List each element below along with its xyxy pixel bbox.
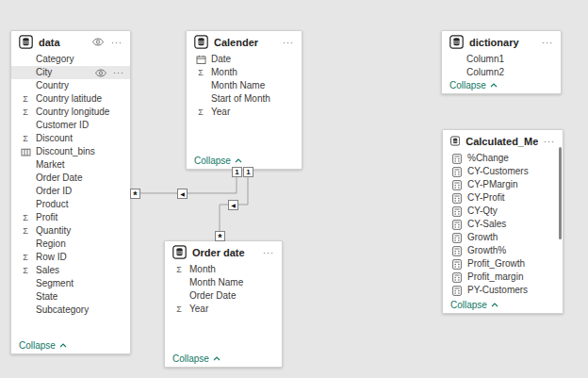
field-row-growth[interactable]: Growth (443, 231, 563, 244)
chevron-up-icon (490, 83, 498, 88)
field-row-country[interactable]: Country (11, 79, 130, 92)
field-row-column1[interactable]: Column1 (442, 53, 561, 66)
card-header[interactable]: dictionary··· (442, 31, 561, 53)
field-row-product[interactable]: Product (11, 198, 130, 211)
field-row-year[interactable]: ΣYear (187, 106, 302, 119)
field-row-cy-pmargin[interactable]: CY-PMargin (443, 178, 563, 191)
card-header[interactable]: Order date··· (165, 241, 282, 263)
field-visibility-eye-button[interactable] (95, 69, 106, 77)
more-options-button[interactable]: ··· (283, 38, 294, 47)
field-row-city[interactable]: City ··· (11, 66, 130, 79)
field-row-year[interactable]: ΣYear (165, 303, 282, 316)
field-row-month-name[interactable]: Month Name (165, 276, 282, 289)
table-card-order-date[interactable]: Order date···ΣMonthMonth NameOrder DateΣ… (164, 240, 283, 368)
field-row-order-date[interactable]: Order Date (165, 289, 282, 303)
card-header[interactable]: Calender··· (187, 31, 302, 53)
field-row-country-latitude[interactable]: ΣCountry latitude (11, 92, 130, 106)
field-row-cy-customers[interactable]: CY-Customers (443, 165, 563, 178)
cardinality-one-calender-a[interactable]: 1 (232, 167, 242, 177)
field-label: Customer ID (36, 119, 89, 132)
collapse-button[interactable]: Collapse (442, 77, 561, 93)
field-row-py-customers[interactable]: PY-Customers (443, 284, 563, 297)
eye-icon (92, 38, 104, 46)
calculator-icon (449, 271, 465, 284)
field-row-quantity[interactable]: ΣQuantity (11, 224, 130, 238)
table-title: dictionary (469, 37, 536, 48)
field-row-country-longitude[interactable]: ΣCountry longitude (11, 106, 130, 119)
calculator-icon (449, 284, 465, 297)
field-row-category[interactable]: Category (11, 53, 130, 66)
collapse-button[interactable]: Collapse (443, 297, 563, 313)
card-header[interactable]: data ··· (11, 31, 130, 53)
calculator-icon (452, 193, 462, 204)
field-row-profit[interactable]: ΣProfit (11, 211, 130, 224)
cardinality-one-calender-b[interactable]: 1 (243, 167, 253, 177)
field-row-growth[interactable]: Growth% (443, 244, 563, 257)
field-label: CY-Sales (467, 218, 506, 231)
field-row-actions: ··· (95, 66, 124, 79)
calculator-icon (452, 233, 462, 243)
cardinality-many-data[interactable]: * (130, 189, 140, 199)
field-row-start-of-month[interactable]: Start of Month (187, 92, 302, 106)
table-card-calender[interactable]: Calender··· DateΣMonthMonth NameStart of… (186, 30, 302, 170)
more-options-button[interactable]: ··· (263, 248, 274, 257)
header-actions: ··· (544, 137, 555, 146)
field-more-options-button[interactable]: ··· (113, 68, 124, 77)
sigma-icon: Σ (18, 106, 33, 119)
filter-direction-arrow-orderdate-calender[interactable]: ◀ (228, 200, 238, 210)
table-card-dictionary[interactable]: dictionary···Column1Column2Collapse (441, 30, 562, 94)
field-row-month-name[interactable]: Month Name (187, 79, 302, 92)
field-row-sales[interactable]: ΣSales (11, 264, 130, 277)
collapse-button[interactable]: Collapse (11, 337, 130, 353)
field-label: Year (189, 303, 208, 316)
field-label: Sales (36, 264, 59, 277)
table-card-calculated-measures[interactable]: Calculated_Measures··· %Change CY-Custom… (442, 129, 564, 314)
field-label: %Change (467, 152, 509, 165)
fields-scrollbar[interactable] (559, 147, 562, 239)
field-label: Region (36, 238, 66, 251)
field-row-date[interactable]: Date (187, 53, 302, 66)
field-label: Row ID (36, 251, 67, 264)
field-row-profit-growth[interactable]: Profit_Growth (443, 257, 563, 271)
field-row-month[interactable]: ΣMonth (165, 263, 282, 276)
calculator-icon (449, 244, 465, 257)
more-options-button[interactable]: ··· (544, 137, 555, 146)
table-card-data[interactable]: data ···CategoryCity ···CountryΣCountry … (10, 30, 131, 354)
sigma-icon: Σ (172, 303, 187, 316)
field-row-order-id[interactable]: Order ID (11, 185, 130, 198)
field-row-segment[interactable]: Segment (11, 277, 130, 290)
field-row-cy-qty[interactable]: CY-Qty (443, 205, 563, 218)
chevron-up-icon (59, 343, 67, 348)
field-row-customer-id[interactable]: Customer ID (11, 119, 130, 132)
field-row-subcategory[interactable]: Subcategory (11, 304, 130, 317)
field-label: Year (211, 106, 230, 119)
field-row-market[interactable]: Market (11, 158, 130, 172)
field-row-cy-profit[interactable]: CY-Profit (443, 191, 563, 205)
field-row-profit-margin[interactable]: Profit_margin (443, 271, 563, 284)
field-row-state[interactable]: State (11, 290, 130, 304)
bins-icon (18, 145, 33, 158)
more-options-button[interactable]: ··· (542, 38, 553, 47)
field-label: Quantity (36, 224, 71, 238)
cardinality-many-orderdate[interactable]: * (215, 231, 225, 241)
field-row-discount-bins[interactable]: Discount_bins (11, 145, 130, 158)
more-options-button[interactable]: ··· (111, 38, 122, 47)
field-label: State (36, 290, 57, 304)
field-list: DateΣMonthMonth NameStart of MonthΣYear (187, 53, 302, 119)
field-label: Date (211, 53, 231, 66)
visibility-eye-button[interactable] (92, 38, 104, 46)
field-row-order-date[interactable]: Order Date (11, 172, 130, 185)
field-row-discount[interactable]: ΣDiscount (11, 132, 130, 145)
field-label: CY-Profit (467, 191, 505, 205)
collapse-button[interactable]: Collapse (165, 351, 282, 367)
field-row-cy-sales[interactable]: CY-Sales (443, 218, 563, 231)
filter-direction-arrow-data-calender[interactable]: ◀ (177, 189, 188, 199)
field-label: Order Date (36, 172, 82, 185)
card-header[interactable]: Calculated_Measures··· (443, 130, 563, 152)
collapse-label: Collapse (194, 156, 231, 166)
field-row-region[interactable]: Region (11, 238, 130, 251)
field-row-row-id[interactable]: ΣRow ID (11, 251, 130, 264)
field-row-change[interactable]: %Change (443, 152, 563, 165)
field-label: Month (211, 66, 237, 79)
field-row-month[interactable]: ΣMonth (187, 66, 302, 79)
